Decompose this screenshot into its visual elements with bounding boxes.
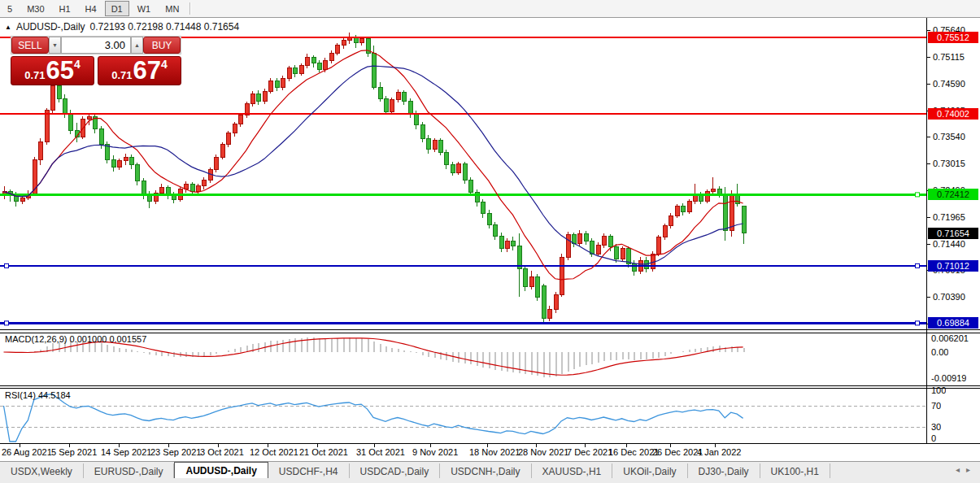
sell-price-prefix: 0.71 <box>24 69 45 81</box>
price-level-tag: 0.71012 <box>928 260 978 272</box>
rsi-axis-label: 30 <box>931 422 941 432</box>
symbol-tab-ukoil-daily[interactable]: UKOil-,Daily <box>612 463 687 479</box>
symbol-tab-usdchf-h4[interactable]: USDCHF-,H4 <box>268 463 350 479</box>
symbol-tab-usdcnh-daily[interactable]: USDCNH-,Daily <box>440 463 531 479</box>
date-axis-label: 5 Sep 2021 <box>51 447 97 457</box>
sell-price-pips: 65 <box>46 59 74 83</box>
hline-drag-handle[interactable] <box>916 321 920 325</box>
sell-price-box[interactable]: 0.71 65 4 <box>11 56 94 85</box>
tab-scroll-right-icon[interactable]: ▸ <box>966 465 977 474</box>
date-axis-label: 31 Oct 2021 <box>356 447 405 457</box>
rsi-axis-label: 100 <box>931 385 946 395</box>
one-click-trade-panel: SELL ▼ 3.00 ▲ BUY 0.71 65 4 0.71 67 4 <box>11 36 181 85</box>
symbol-tab-dj30-daily[interactable]: DJ30-,Daily <box>688 463 760 479</box>
symbol-tab-bar: USDX,WeeklyEURUSD-,DailyAUDUSD-,DailyUSD… <box>0 461 980 479</box>
trading-platform-window: 5M30H1H4D1W1MN ▲ AUDUSD-,Daily 0.72193 0… <box>0 0 980 483</box>
volume-increase-button[interactable]: ▲ <box>131 37 143 54</box>
collapse-chart-icon[interactable]: ▲ <box>5 24 11 31</box>
date-axis-label: 4 Jan 2022 <box>697 447 741 457</box>
tab-scroll-arrows: ◂▸ <box>956 465 977 474</box>
price-tick-label: 0.73015 <box>933 159 965 168</box>
date-axis-label: 26 Aug 2021 <box>2 447 52 457</box>
hline-drag-handle[interactable] <box>5 321 9 325</box>
price-tick-label: 0.70390 <box>933 292 965 302</box>
symbol-tab-xauusd-h1[interactable]: XAUUSD-,H1 <box>532 463 613 479</box>
price-tick-label: 0.74590 <box>933 79 965 89</box>
price-level-tag: 0.74002 <box>928 108 978 120</box>
sell-price-point: 4 <box>74 58 81 71</box>
buy-price-prefix: 0.71 <box>111 69 132 81</box>
buy-price-pips: 67 <box>133 59 161 83</box>
tab-scroll-left-icon[interactable]: ◂ <box>956 465 966 474</box>
macd-axis-label: -0.00919 <box>931 373 966 383</box>
price-tick-label: 0.71965 <box>933 212 965 222</box>
buy-price-point: 4 <box>161 58 168 71</box>
volume-decrease-button[interactable]: ▼ <box>49 37 61 54</box>
buy-button[interactable]: BUY <box>143 37 181 54</box>
hline-drag-handle[interactable] <box>5 263 9 268</box>
price-tick-label: 0.75115 <box>933 52 965 62</box>
macd-axis-label: 0.006201 <box>931 333 969 343</box>
price-tick-label: 0.71440 <box>933 239 965 249</box>
date-axis-label: 26 Dec 2021 <box>652 447 703 457</box>
date-axis-label: 7 Dec 2021 <box>567 447 612 457</box>
date-axis-label: 12 Oct 2021 <box>250 447 298 457</box>
symbol-tab-uk100-h1[interactable]: UK100-,H1 <box>760 463 830 479</box>
price-level-tag: 0.69884 <box>928 317 978 329</box>
rsi-axis-label: 0 <box>931 433 936 443</box>
price-tick-label: 0.73540 <box>933 132 965 141</box>
date-axis-label: 18 Nov 2021 <box>469 447 520 457</box>
rsi-axis-label: 70 <box>931 401 941 411</box>
rsi-label: RSI(14) 44.5184 <box>5 390 71 400</box>
symbol-tab-audusd-daily[interactable]: AUDUSD-,Daily <box>174 462 268 479</box>
chart-ohlc-values: 0.72193 0.72198 0.71448 0.71654 <box>90 21 240 33</box>
hline-drag-handle[interactable] <box>916 193 920 197</box>
buy-price-box[interactable]: 0.71 67 4 <box>98 56 181 85</box>
sell-button[interactable]: SELL <box>11 37 49 54</box>
symbol-tab-usdcad-daily[interactable]: USDCAD-,Daily <box>350 463 441 479</box>
symbol-tab-eurusd-daily[interactable]: EURUSD-,Daily <box>84 463 175 479</box>
volume-input[interactable]: 3.00 <box>61 37 131 54</box>
date-axis-label: 21 Oct 2021 <box>299 447 348 457</box>
date-axis-label: 9 Nov 2021 <box>412 447 458 457</box>
symbol-tab-usdx-weekly[interactable]: USDX,Weekly <box>0 463 84 479</box>
macd-axis-label: 0.00 <box>931 347 948 357</box>
date-axis-label: 14 Sep 2021 <box>101 447 151 457</box>
macd-label: MACD(12,26,9) 0.001000 0.001557 <box>5 334 146 344</box>
current-bid-tag: 0.71654 <box>928 228 978 239</box>
status-strip <box>0 478 980 483</box>
trade-price-row: 0.71 65 4 0.71 67 4 <box>11 56 181 85</box>
rsi-line <box>4 394 743 442</box>
price-level-tag: 0.75512 <box>928 32 978 43</box>
date-axis-label: 3 Oct 2021 <box>200 447 244 457</box>
chart-symbol-label: AUDUSD-,Daily <box>16 21 85 33</box>
chart-title: ▲ AUDUSD-,Daily 0.72193 0.72198 0.71448 … <box>5 21 239 33</box>
date-axis-label: 28 Nov 2021 <box>518 447 568 457</box>
trade-controls-row: SELL ▼ 3.00 ▲ BUY <box>11 36 181 54</box>
price-level-tag: 0.72412 <box>928 189 978 200</box>
date-axis-label: 23 Sep 2021 <box>150 447 201 457</box>
hline-drag-handle[interactable] <box>916 263 920 268</box>
